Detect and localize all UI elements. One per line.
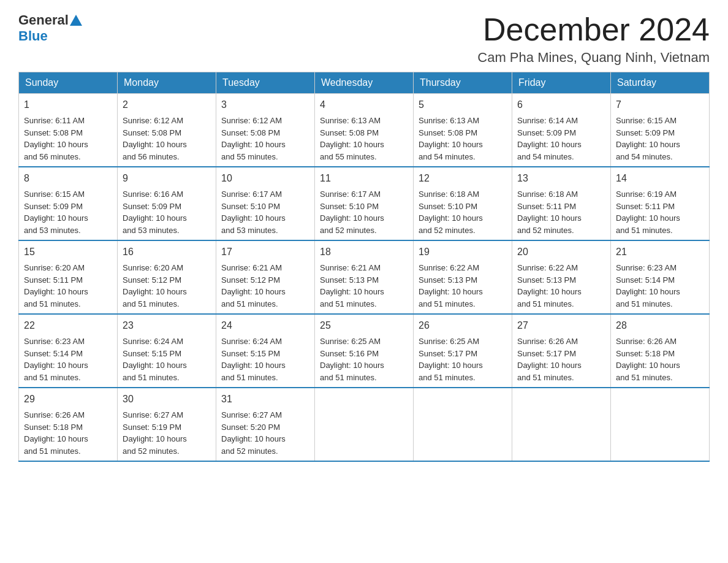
day-number: 3 — [221, 98, 309, 112]
header-saturday: Saturday — [611, 72, 710, 94]
calendar-cell: 8 Sunrise: 6:15 AMSunset: 5:09 PMDayligh… — [19, 167, 118, 240]
day-number: 7 — [616, 98, 704, 112]
calendar-cell: 18 Sunrise: 6:21 AMSunset: 5:13 PMDaylig… — [315, 240, 414, 314]
calendar-cell: 13 Sunrise: 6:18 AMSunset: 5:11 PMDaylig… — [512, 167, 611, 240]
day-number: 8 — [24, 171, 112, 186]
day-info: Sunrise: 6:21 AMSunset: 5:12 PMDaylight:… — [221, 263, 286, 308]
day-info: Sunrise: 6:12 AMSunset: 5:08 PMDaylight:… — [123, 116, 187, 161]
calendar-cell — [611, 388, 710, 461]
day-number: 12 — [419, 171, 507, 186]
day-info: Sunrise: 6:18 AMSunset: 5:10 PMDaylight:… — [419, 190, 483, 235]
calendar-cell: 15 Sunrise: 6:20 AMSunset: 5:11 PMDaylig… — [19, 240, 118, 314]
day-number: 23 — [123, 318, 211, 333]
day-number: 1 — [24, 98, 112, 112]
calendar-cell: 7 Sunrise: 6:15 AMSunset: 5:09 PMDayligh… — [611, 94, 710, 167]
day-number: 24 — [221, 318, 309, 333]
header-thursday: Thursday — [414, 72, 512, 94]
day-info: Sunrise: 6:16 AMSunset: 5:09 PMDaylight:… — [123, 190, 187, 235]
calendar-cell: 24 Sunrise: 6:24 AMSunset: 5:15 PMDaylig… — [216, 314, 315, 388]
weekday-header-row: Sunday Monday Tuesday Wednesday Thursday… — [19, 72, 710, 94]
day-number: 9 — [123, 171, 211, 186]
header-friday: Friday — [512, 72, 611, 94]
day-number: 28 — [616, 318, 704, 333]
calendar-cell: 29 Sunrise: 6:26 AMSunset: 5:18 PMDaylig… — [19, 388, 118, 461]
day-number: 22 — [24, 318, 112, 333]
calendar-cell: 1 Sunrise: 6:11 AMSunset: 5:08 PMDayligh… — [19, 94, 118, 167]
calendar-cell: 17 Sunrise: 6:21 AMSunset: 5:12 PMDaylig… — [216, 240, 315, 314]
calendar-cell: 22 Sunrise: 6:23 AMSunset: 5:14 PMDaylig… — [19, 314, 118, 388]
day-info: Sunrise: 6:23 AMSunset: 5:14 PMDaylight:… — [24, 337, 88, 382]
calendar-cell: 19 Sunrise: 6:22 AMSunset: 5:13 PMDaylig… — [414, 240, 512, 314]
calendar-cell: 11 Sunrise: 6:17 AMSunset: 5:10 PMDaylig… — [315, 167, 414, 240]
day-info: Sunrise: 6:27 AMSunset: 5:19 PMDaylight:… — [123, 410, 187, 456]
calendar-cell — [414, 388, 512, 461]
day-number: 29 — [24, 392, 112, 407]
header-wednesday: Wednesday — [315, 72, 414, 94]
day-info: Sunrise: 6:12 AMSunset: 5:08 PMDaylight:… — [221, 116, 286, 161]
day-info: Sunrise: 6:24 AMSunset: 5:15 PMDaylight:… — [221, 337, 286, 382]
page-header: General Blue December 2024 Cam Pha Mines… — [18, 12, 710, 66]
calendar-week-row: 15 Sunrise: 6:20 AMSunset: 5:11 PMDaylig… — [19, 240, 710, 314]
calendar-cell: 5 Sunrise: 6:13 AMSunset: 5:08 PMDayligh… — [414, 94, 512, 167]
calendar-cell: 14 Sunrise: 6:19 AMSunset: 5:11 PMDaylig… — [611, 167, 710, 240]
calendar-cell: 9 Sunrise: 6:16 AMSunset: 5:09 PMDayligh… — [118, 167, 216, 240]
day-info: Sunrise: 6:20 AMSunset: 5:12 PMDaylight:… — [123, 263, 187, 308]
calendar-cell: 12 Sunrise: 6:18 AMSunset: 5:10 PMDaylig… — [414, 167, 512, 240]
day-info: Sunrise: 6:21 AMSunset: 5:13 PMDaylight:… — [320, 263, 384, 308]
day-number: 4 — [320, 98, 408, 112]
day-number: 18 — [320, 245, 408, 259]
day-number: 14 — [616, 171, 704, 186]
calendar-cell: 23 Sunrise: 6:24 AMSunset: 5:15 PMDaylig… — [118, 314, 216, 388]
title-section: December 2024 Cam Pha Mines, Quang Ninh,… — [477, 12, 710, 66]
calendar-week-row: 8 Sunrise: 6:15 AMSunset: 5:09 PMDayligh… — [19, 167, 710, 240]
day-number: 20 — [517, 245, 605, 259]
logo: General Blue — [18, 12, 83, 44]
day-info: Sunrise: 6:11 AMSunset: 5:08 PMDaylight:… — [24, 116, 88, 161]
calendar-body: 1 Sunrise: 6:11 AMSunset: 5:08 PMDayligh… — [19, 94, 710, 462]
logo-triangle-icon — [70, 15, 82, 26]
calendar-cell: 4 Sunrise: 6:13 AMSunset: 5:08 PMDayligh… — [315, 94, 414, 167]
day-number: 11 — [320, 171, 408, 186]
calendar-cell: 10 Sunrise: 6:17 AMSunset: 5:10 PMDaylig… — [216, 167, 315, 240]
day-number: 10 — [221, 171, 309, 186]
day-number: 6 — [517, 98, 605, 112]
day-info: Sunrise: 6:24 AMSunset: 5:15 PMDaylight:… — [123, 337, 187, 382]
day-number: 13 — [517, 171, 605, 186]
calendar-cell — [512, 388, 611, 461]
logo-text: General — [18, 12, 83, 28]
day-info: Sunrise: 6:13 AMSunset: 5:08 PMDaylight:… — [419, 116, 483, 161]
calendar-cell: 30 Sunrise: 6:27 AMSunset: 5:19 PMDaylig… — [118, 388, 216, 461]
day-info: Sunrise: 6:15 AMSunset: 5:09 PMDaylight:… — [24, 190, 88, 235]
month-title: December 2024 — [477, 12, 710, 47]
day-info: Sunrise: 6:17 AMSunset: 5:10 PMDaylight:… — [320, 190, 384, 235]
day-info: Sunrise: 6:26 AMSunset: 5:18 PMDaylight:… — [616, 337, 680, 382]
calendar-week-row: 22 Sunrise: 6:23 AMSunset: 5:14 PMDaylig… — [19, 314, 710, 388]
day-info: Sunrise: 6:22 AMSunset: 5:13 PMDaylight:… — [419, 263, 483, 308]
day-info: Sunrise: 6:25 AMSunset: 5:17 PMDaylight:… — [419, 337, 483, 382]
day-number: 21 — [616, 245, 704, 259]
calendar-week-row: 29 Sunrise: 6:26 AMSunset: 5:18 PMDaylig… — [19, 388, 710, 461]
day-number: 30 — [123, 392, 211, 407]
day-number: 17 — [221, 245, 309, 259]
day-info: Sunrise: 6:27 AMSunset: 5:20 PMDaylight:… — [221, 410, 286, 456]
calendar-week-row: 1 Sunrise: 6:11 AMSunset: 5:08 PMDayligh… — [19, 94, 710, 167]
day-number: 19 — [419, 245, 507, 259]
header-sunday: Sunday — [19, 72, 118, 94]
day-info: Sunrise: 6:20 AMSunset: 5:11 PMDaylight:… — [24, 263, 88, 308]
day-info: Sunrise: 6:23 AMSunset: 5:14 PMDaylight:… — [616, 263, 680, 308]
header-monday: Monday — [118, 72, 216, 94]
day-number: 2 — [123, 98, 211, 112]
day-number: 15 — [24, 245, 112, 259]
day-info: Sunrise: 6:25 AMSunset: 5:16 PMDaylight:… — [320, 337, 384, 382]
calendar-cell: 21 Sunrise: 6:23 AMSunset: 5:14 PMDaylig… — [611, 240, 710, 314]
day-number: 31 — [221, 392, 309, 407]
calendar-cell — [315, 388, 414, 461]
calendar-cell: 27 Sunrise: 6:26 AMSunset: 5:17 PMDaylig… — [512, 314, 611, 388]
day-info: Sunrise: 6:22 AMSunset: 5:13 PMDaylight:… — [517, 263, 582, 308]
day-info: Sunrise: 6:18 AMSunset: 5:11 PMDaylight:… — [517, 190, 582, 235]
calendar-cell: 3 Sunrise: 6:12 AMSunset: 5:08 PMDayligh… — [216, 94, 315, 167]
day-number: 16 — [123, 245, 211, 259]
day-info: Sunrise: 6:17 AMSunset: 5:10 PMDaylight:… — [221, 190, 286, 235]
day-info: Sunrise: 6:14 AMSunset: 5:09 PMDaylight:… — [517, 116, 582, 161]
calendar-cell: 26 Sunrise: 6:25 AMSunset: 5:17 PMDaylig… — [414, 314, 512, 388]
